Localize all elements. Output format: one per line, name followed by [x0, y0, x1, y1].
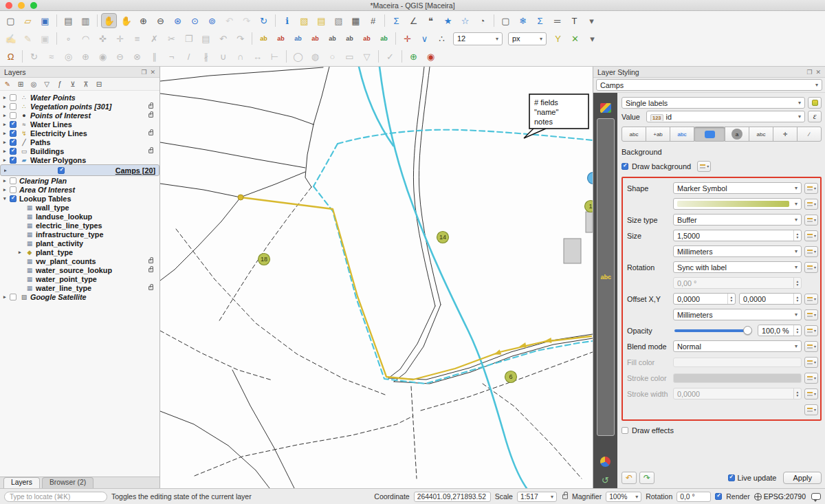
panel-tab-browser-2[interactable]: Browser (2) — [42, 477, 94, 488]
delete-part-icon[interactable]: ⊗ — [129, 49, 145, 64]
data-defined-override-button[interactable] — [804, 215, 818, 226]
layer-item-water-source-lookup[interactable]: ▦water_source_lookup — [0, 265, 160, 274]
layer-labeling-icon[interactable]: ab — [256, 31, 272, 46]
measure-icon[interactable]: ∠ — [406, 13, 421, 28]
open-project-icon[interactable]: ▱ — [20, 13, 36, 28]
shape-select[interactable]: Marker Symbol▾ — [673, 182, 802, 194]
value-field-select[interactable]: 123id▾ — [646, 111, 805, 122]
zoom-last-icon[interactable]: ↶ — [221, 13, 237, 28]
rotate-feature-icon[interactable]: ↻ — [26, 49, 42, 64]
layer-item-google-satellite[interactable]: ▸▨Google Satellite — [0, 292, 160, 301]
tab-placement[interactable]: ✛ — [773, 127, 798, 142]
geometry-check-icon[interactable]: ✓ — [382, 49, 398, 64]
layer-item-plant-type[interactable]: ▸◆plant_type — [0, 248, 160, 256]
close-panel-icon[interactable]: ✕ — [150, 69, 155, 76]
crosshair-icon[interactable]: ✛ — [399, 31, 415, 46]
offset-y-spin[interactable]: 0,0000▴▾ — [739, 293, 802, 305]
layer-item-camps-20[interactable]: ▸Camps [20] — [0, 164, 160, 176]
locate-input[interactable] — [4, 492, 107, 502]
highlight-labels-icon[interactable]: ab — [307, 31, 323, 46]
zoom-to-layer-icon[interactable]: ⊚ — [204, 13, 220, 28]
identify-features-icon[interactable]: ℹ — [279, 13, 295, 28]
undock-panel-icon[interactable]: ❐ — [141, 69, 146, 76]
save-project-icon[interactable]: ▣ — [37, 13, 53, 28]
select-by-expression-icon[interactable]: ▤ — [314, 13, 329, 28]
tab-buffer[interactable]: abc — [670, 127, 694, 142]
data-defined-override-button[interactable] — [804, 246, 818, 257]
layer-visibility-checkbox[interactable] — [10, 294, 16, 300]
split-features-icon[interactable]: / — [181, 49, 197, 64]
expander-icon[interactable]: ▸ — [3, 122, 10, 127]
lock-scale-icon[interactable] — [562, 494, 568, 499]
cut-features-icon[interactable]: ✂ — [164, 31, 179, 46]
data-defined-override-button[interactable] — [804, 294, 818, 305]
layer-item-points-of-interest[interactable]: ▸●Points of Interest — [0, 111, 160, 120]
tab-callouts[interactable]: abc — [749, 127, 773, 142]
labels-tab-icon[interactable]: abc — [597, 118, 615, 436]
coordinate-input[interactable]: 264401.09,271893.52 — [414, 492, 491, 502]
add-circular-string-icon[interactable]: ◠ — [78, 31, 94, 46]
expander-icon[interactable]: ▸ — [3, 157, 10, 163]
minimize-window-button[interactable] — [18, 2, 25, 9]
circle-3points-icon[interactable]: ◍ — [307, 49, 323, 64]
apply-button[interactable]: Apply — [783, 472, 822, 484]
layer-item-area-of-interest[interactable]: ▸Area Of Interest — [0, 185, 160, 194]
deselect-all-icon[interactable]: ▧ — [331, 13, 346, 28]
rectangle-icon[interactable]: ▭ — [342, 49, 358, 64]
attribute-table-icon[interactable]: ▦ — [348, 13, 364, 28]
data-defined-override-button[interactable] — [804, 388, 818, 399]
messages-icon[interactable] — [811, 493, 821, 500]
expand-all-icon[interactable]: ⊻ — [67, 79, 78, 89]
field-calculator-icon[interactable]: # — [365, 13, 381, 28]
remove-layer-icon[interactable]: ⊟ — [94, 79, 104, 89]
label-mode-select[interactable]: Single labels▾ — [622, 97, 805, 109]
expander-icon[interactable]: ▸ — [19, 250, 25, 255]
layer-visibility-checkbox[interactable] — [10, 103, 16, 110]
layer-item-vegetation-points-301[interactable]: ▸∴Vegetation points [301] — [0, 102, 160, 111]
layer-visibility-checkbox[interactable] — [10, 157, 16, 164]
expander-icon[interactable]: ▸ — [4, 168, 10, 173]
layer-item-landuse-lookup[interactable]: ▦landuse_lookup — [0, 212, 160, 221]
offset-x-spin[interactable]: 0,0000▴▾ — [673, 293, 736, 305]
redo-style-button[interactable]: ↷ — [639, 472, 654, 484]
merge-features-icon[interactable]: ∪ — [215, 49, 231, 64]
draw-effects-checkbox[interactable] — [622, 427, 628, 434]
text-annotation-icon[interactable]: T — [566, 13, 582, 28]
rotation-value-spin[interactable]: 0,00 °▴▾ — [673, 277, 802, 289]
regular-polygon-icon[interactable]: ▽ — [359, 49, 375, 64]
layer-item-water-points[interactable]: ▸∴Water Points — [0, 93, 160, 102]
draw-background-checkbox[interactable] — [622, 163, 628, 170]
stepper-icon[interactable]: ▴▾ — [793, 230, 801, 241]
live-update-checkbox[interactable] — [728, 474, 735, 481]
zoom-out-icon[interactable]: ⊖ — [153, 13, 168, 28]
delete-selected-icon[interactable]: ✗ — [146, 31, 162, 46]
filter-expression-icon[interactable]: ƒ — [54, 79, 65, 89]
expander-icon[interactable]: ▸ — [3, 178, 10, 184]
axis-y-icon[interactable]: Y — [550, 31, 566, 46]
render-checkbox[interactable] — [715, 493, 722, 500]
offset-curve-icon[interactable]: ∥ — [146, 49, 162, 64]
processing-toolbox-icon[interactable]: ❄ — [515, 13, 531, 28]
layer-item-lookup-tables[interactable]: ▾Lookup Tables — [0, 194, 160, 203]
data-defined-override-button[interactable] — [804, 309, 818, 320]
size-type-select[interactable]: Buffer▾ — [673, 214, 802, 226]
fill-color-button[interactable] — [673, 358, 802, 367]
layer-item-wall-type[interactable]: ▦wall_type — [0, 203, 160, 212]
maximize-window-button[interactable] — [30, 2, 37, 9]
layer-visibility-checkbox[interactable] — [10, 121, 16, 128]
stepper-icon[interactable]: ▴▾ — [727, 294, 735, 304]
undo-style-button[interactable]: ↶ — [622, 472, 637, 484]
pan-to-selection-icon[interactable]: ✋ — [118, 13, 134, 28]
panel-tab-layers[interactable]: Layers — [3, 477, 40, 488]
font-units-combo[interactable]: px▾ — [508, 32, 547, 45]
expander-icon[interactable]: ▸ — [3, 113, 10, 118]
layer-diagram-icon[interactable]: ab — [273, 31, 289, 46]
data-defined-override-button[interactable] — [804, 230, 818, 241]
stepper-icon[interactable]: ▴▾ — [793, 325, 801, 336]
magnifier-combo[interactable]: 100%▾ — [606, 492, 641, 502]
rotate-label-icon[interactable]: ab — [342, 31, 358, 46]
tab-shadow[interactable]: a — [725, 127, 749, 142]
layer-item-water-lines[interactable]: ▸≈Water Lines — [0, 120, 160, 129]
change-label-icon[interactable]: ab — [359, 31, 375, 46]
current-edits-icon[interactable]: ✍ — [3, 31, 19, 46]
